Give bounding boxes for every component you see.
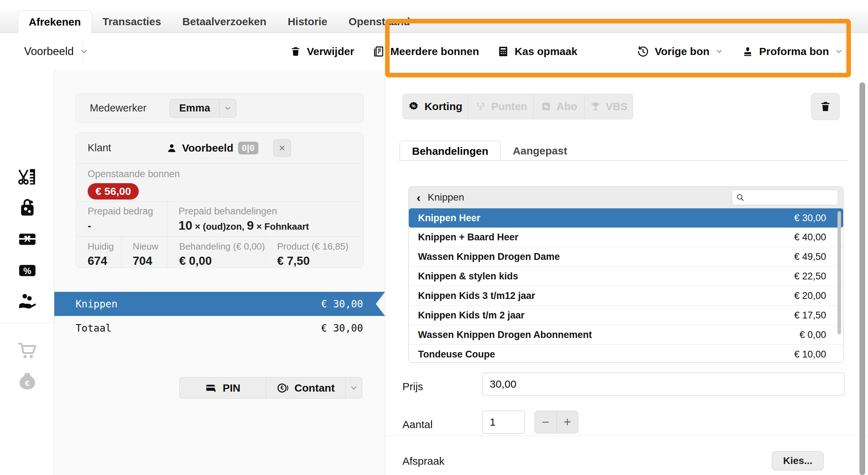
meerdere-bonnen-label: Meerdere bonnen bbox=[390, 45, 479, 58]
tab-aangepast[interactable]: Aangepast bbox=[501, 141, 579, 161]
pos-screen: Afrekenen Transacties Betaalverzoeken Hi… bbox=[0, 0, 868, 475]
trash-icon bbox=[290, 46, 301, 57]
close-icon bbox=[278, 144, 286, 152]
customer-link[interactable]: Voorbeeld 0|0 bbox=[166, 142, 258, 154]
header-divider bbox=[83, 39, 83, 64]
category-title: Knippen bbox=[428, 192, 464, 203]
chevron-down-icon bbox=[715, 47, 724, 56]
points-123-icon: 123 bbox=[474, 100, 486, 113]
vbs-label: VBS bbox=[606, 100, 628, 113]
open-receipts-badge[interactable]: € 56,00 bbox=[88, 183, 139, 200]
product-bottle-icon bbox=[17, 198, 37, 218]
treatment-name: Knippen Kids t/m 2 jaar bbox=[418, 310, 524, 321]
employee-select[interactable]: Emma bbox=[170, 99, 236, 118]
euro-coin-icon: € bbox=[277, 382, 289, 394]
prepaid-name-2: × Fohnkaart bbox=[256, 221, 309, 232]
choose-appointment-button[interactable]: Kies... bbox=[772, 451, 824, 470]
treatment-row[interactable]: Tondeuse Coupe € 10,00 bbox=[409, 344, 843, 363]
sidebar-divider bbox=[0, 323, 54, 323]
prepaid-amount-label: Prepaid bedrag bbox=[88, 206, 167, 217]
treatment-row[interactable]: Knippen Kids 3 t/m12 jaar € 20,00 bbox=[409, 286, 843, 305]
person-icon bbox=[166, 143, 177, 153]
sidebar-item-discounts[interactable]: % bbox=[0, 260, 54, 281]
treatment-row[interactable]: Knippen + Baard Heer € 40,00 bbox=[409, 228, 843, 247]
stat-value: € 7,50 bbox=[277, 254, 363, 268]
prepaid-name-1: × (oud)zon, bbox=[195, 221, 244, 232]
list-scrollbar[interactable] bbox=[837, 211, 841, 334]
sidebar-item-tips[interactable] bbox=[0, 291, 54, 312]
header-bar: Voorbeeld Verwijder Meerdere bonnen Kas … bbox=[0, 33, 868, 70]
treatment-row[interactable]: Wassen Knippen Drogen Dame € 49,50 bbox=[409, 247, 843, 266]
remove-customer-button[interactable] bbox=[273, 139, 291, 157]
price-input[interactable] bbox=[482, 373, 845, 395]
page-scrollbar[interactable] bbox=[859, 70, 866, 475]
treatment-price: € 17,50 bbox=[794, 310, 826, 321]
verwijder-label: Verwijder bbox=[307, 45, 354, 58]
tab-openstaand[interactable]: Openstaand bbox=[338, 11, 421, 33]
meerdere-bonnen-button[interactable]: Meerdere bonnen bbox=[373, 45, 479, 58]
search-input[interactable] bbox=[745, 192, 838, 203]
kas-opmaak-button[interactable]: Kas opmaak bbox=[498, 45, 577, 58]
prepaid-amount-value: - bbox=[88, 220, 167, 232]
verwijder-button[interactable]: Verwijder bbox=[290, 45, 354, 58]
tab-behandelingen[interactable]: Behandelingen bbox=[400, 141, 501, 161]
appointment-label: Afspraak bbox=[402, 455, 444, 467]
treatment-price: € 30,00 bbox=[794, 213, 826, 224]
vorige-bon-button[interactable]: Vorige bon bbox=[637, 45, 724, 58]
stat-label: Behandeling (€ 0,00) bbox=[179, 241, 265, 252]
payment-more-button[interactable] bbox=[345, 377, 362, 398]
quantity-input[interactable] bbox=[482, 411, 525, 433]
treatment-row[interactable]: Wassen Knippen Drogen Abonnement € 0,00 bbox=[409, 325, 843, 344]
tab-transacties[interactable]: Transacties bbox=[92, 11, 172, 33]
treatment-panel: % Korting 123 Punten % Abo VBS Behandeli… bbox=[385, 70, 868, 475]
scrollbar-thumb[interactable] bbox=[859, 82, 865, 475]
punten-button[interactable]: 123 Punten bbox=[468, 94, 533, 119]
search-box[interactable] bbox=[732, 190, 838, 205]
tab-afrekenen[interactable]: Afrekenen bbox=[18, 10, 92, 33]
stat-nieuw: Nieuw 704 bbox=[121, 237, 168, 268]
korting-button[interactable]: % Korting bbox=[403, 94, 468, 119]
quantity-plus-button[interactable]: + bbox=[556, 411, 578, 433]
pin-button[interactable]: PIN bbox=[180, 377, 266, 398]
treatment-price: € 20,00 bbox=[794, 290, 826, 301]
quantity-minus-button[interactable]: − bbox=[535, 411, 556, 433]
sidebar-item-cart[interactable] bbox=[0, 340, 54, 361]
treatment-name: Tondeuse Coupe bbox=[418, 349, 495, 360]
quantity-label: Aantal bbox=[402, 419, 433, 431]
sidebar: % € bbox=[0, 70, 54, 475]
treatment-price: € 0,00 bbox=[800, 329, 826, 340]
tab-betaalverzoeken[interactable]: Betaalverzoeken bbox=[172, 11, 277, 33]
vbs-button[interactable]: VBS bbox=[584, 94, 633, 119]
list-header: ‹ Knippen bbox=[409, 187, 843, 208]
receipt-line-selected[interactable]: Knippen € 30,00 bbox=[54, 292, 385, 316]
prepaid-qty-2: 9 bbox=[247, 218, 254, 232]
contant-button[interactable]: € Contant bbox=[266, 377, 345, 398]
employee-value: Emma bbox=[170, 99, 219, 117]
money-bag-icon: € bbox=[17, 371, 38, 392]
tab-historie[interactable]: Historie bbox=[277, 11, 338, 33]
section-divider bbox=[385, 436, 868, 436]
treatment-row[interactable]: Knippen & stylen kids € 22,50 bbox=[409, 266, 843, 286]
history-icon bbox=[637, 45, 649, 58]
prepaid-qty-1: 10 bbox=[178, 218, 192, 232]
abo-button[interactable]: % Abo bbox=[533, 94, 584, 119]
sidebar-item-cash[interactable]: € bbox=[0, 371, 54, 392]
proforma-bon-button[interactable]: Proforma bon bbox=[742, 45, 843, 58]
employee-label: Medewerker bbox=[90, 102, 170, 114]
treatment-row-selected[interactable]: Knippen Heer € 30,00 bbox=[409, 208, 843, 228]
sidebar-item-treatments[interactable] bbox=[0, 166, 54, 187]
total-label: Totaal bbox=[76, 322, 111, 334]
receipt-line-name: Knippen bbox=[76, 298, 117, 310]
proforma-bon-label: Proforma bon bbox=[759, 45, 829, 58]
clear-receipt-button[interactable] bbox=[811, 93, 840, 120]
sidebar-item-giftcards[interactable] bbox=[0, 229, 54, 250]
sidebar-item-products[interactable] bbox=[0, 198, 54, 218]
open-receipts-label: Openstaande bonnen bbox=[88, 169, 363, 180]
gift-card-icon bbox=[17, 229, 38, 250]
contant-label: Contant bbox=[295, 382, 335, 394]
chevron-down-icon bbox=[350, 384, 358, 392]
location-selector[interactable]: Voorbeeld bbox=[24, 33, 89, 70]
back-button[interactable]: ‹ bbox=[417, 191, 421, 203]
svg-text:%: % bbox=[23, 266, 31, 276]
treatment-row[interactable]: Knippen Kids t/m 2 jaar € 17,50 bbox=[409, 305, 843, 325]
